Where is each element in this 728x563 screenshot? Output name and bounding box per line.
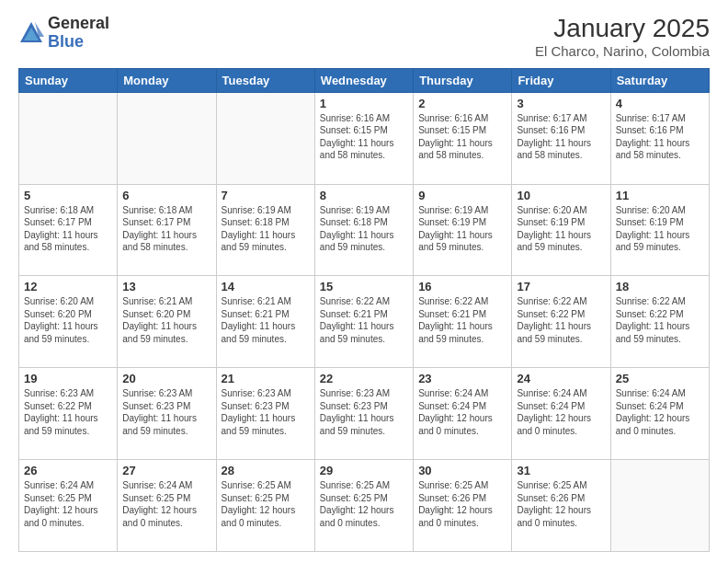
title-section: January 2025 El Charco, Narino, Colombia <box>535 15 710 59</box>
calendar-cell-w4-d2: 28Sunrise: 6:25 AM Sunset: 6:25 PM Dayli… <box>216 460 314 552</box>
header-thursday: Thursday <box>414 68 512 92</box>
calendar-cell-w0-d5: 3Sunrise: 6:17 AM Sunset: 6:16 PM Daylig… <box>512 92 610 184</box>
day-number: 26 <box>24 464 112 477</box>
calendar-cell-w4-d3: 29Sunrise: 6:25 AM Sunset: 6:25 PM Dayli… <box>314 460 413 552</box>
week-row-0: 1Sunrise: 6:16 AM Sunset: 6:15 PM Daylig… <box>19 92 710 184</box>
calendar-cell-w0-d1 <box>118 92 216 184</box>
day-number: 13 <box>122 280 210 293</box>
calendar-cell-w4-d1: 27Sunrise: 6:24 AM Sunset: 6:25 PM Dayli… <box>118 460 216 552</box>
logo: General Blue <box>18 15 109 52</box>
day-info: Sunrise: 6:19 AM Sunset: 6:19 PM Dayligh… <box>418 204 506 254</box>
week-row-1: 5Sunrise: 6:18 AM Sunset: 6:17 PM Daylig… <box>19 184 710 276</box>
calendar-cell-w3-d5: 24Sunrise: 6:24 AM Sunset: 6:24 PM Dayli… <box>512 368 610 460</box>
day-number: 31 <box>517 464 605 477</box>
day-info: Sunrise: 6:24 AM Sunset: 6:24 PM Dayligh… <box>418 387 506 437</box>
day-number: 20 <box>122 372 210 385</box>
day-number: 6 <box>122 189 210 202</box>
calendar-cell-w2-d0: 12Sunrise: 6:20 AM Sunset: 6:20 PM Dayli… <box>19 276 118 368</box>
calendar-cell-w1-d2: 7Sunrise: 6:19 AM Sunset: 6:18 PM Daylig… <box>216 184 314 276</box>
day-number: 1 <box>320 97 408 110</box>
calendar-cell-w2-d1: 13Sunrise: 6:21 AM Sunset: 6:20 PM Dayli… <box>118 276 216 368</box>
logo-text: General Blue <box>48 15 109 52</box>
logo-blue-text: Blue <box>48 33 109 52</box>
day-info: Sunrise: 6:23 AM Sunset: 6:23 PM Dayligh… <box>320 387 408 437</box>
weekday-header-row: Sunday Monday Tuesday Wednesday Thursday… <box>19 68 710 92</box>
header-sunday: Sunday <box>19 68 118 92</box>
header-monday: Monday <box>118 68 216 92</box>
day-info: Sunrise: 6:17 AM Sunset: 6:16 PM Dayligh… <box>616 112 704 162</box>
day-info: Sunrise: 6:18 AM Sunset: 6:17 PM Dayligh… <box>24 204 112 254</box>
logo-icon <box>18 20 44 46</box>
calendar-cell-w4-d0: 26Sunrise: 6:24 AM Sunset: 6:25 PM Dayli… <box>19 460 118 552</box>
day-number: 15 <box>320 280 408 293</box>
calendar-cell-w3-d3: 22Sunrise: 6:23 AM Sunset: 6:23 PM Dayli… <box>314 368 413 460</box>
day-info: Sunrise: 6:19 AM Sunset: 6:18 PM Dayligh… <box>320 204 408 254</box>
day-number: 14 <box>222 280 310 293</box>
calendar-title: January 2025 <box>535 15 710 43</box>
day-info: Sunrise: 6:21 AM Sunset: 6:20 PM Dayligh… <box>122 295 210 345</box>
calendar-table: Sunday Monday Tuesday Wednesday Thursday… <box>18 68 710 552</box>
day-info: Sunrise: 6:24 AM Sunset: 6:25 PM Dayligh… <box>24 479 112 529</box>
header-friday: Friday <box>512 68 610 92</box>
calendar-cell-w4-d6 <box>610 460 709 552</box>
day-info: Sunrise: 6:22 AM Sunset: 6:22 PM Dayligh… <box>616 295 704 345</box>
day-info: Sunrise: 6:24 AM Sunset: 6:24 PM Dayligh… <box>517 387 605 437</box>
calendar-cell-w1-d3: 8Sunrise: 6:19 AM Sunset: 6:18 PM Daylig… <box>314 184 413 276</box>
day-info: Sunrise: 6:20 AM Sunset: 6:19 PM Dayligh… <box>616 204 704 254</box>
day-info: Sunrise: 6:20 AM Sunset: 6:19 PM Dayligh… <box>517 204 605 254</box>
day-number: 19 <box>24 372 112 385</box>
calendar-cell-w1-d5: 10Sunrise: 6:20 AM Sunset: 6:19 PM Dayli… <box>512 184 610 276</box>
day-number: 30 <box>418 464 506 477</box>
day-number: 27 <box>122 464 210 477</box>
calendar-cell-w1-d4: 9Sunrise: 6:19 AM Sunset: 6:19 PM Daylig… <box>414 184 512 276</box>
calendar-cell-w0-d3: 1Sunrise: 6:16 AM Sunset: 6:15 PM Daylig… <box>314 92 413 184</box>
day-number: 28 <box>222 464 310 477</box>
calendar-cell-w1-d6: 11Sunrise: 6:20 AM Sunset: 6:19 PM Dayli… <box>610 184 709 276</box>
calendar-cell-w2-d4: 16Sunrise: 6:22 AM Sunset: 6:21 PM Dayli… <box>414 276 512 368</box>
logo-general-text: General <box>48 15 109 33</box>
calendar-cell-w2-d6: 18Sunrise: 6:22 AM Sunset: 6:22 PM Dayli… <box>610 276 709 368</box>
header-tuesday: Tuesday <box>216 68 314 92</box>
day-info: Sunrise: 6:19 AM Sunset: 6:18 PM Dayligh… <box>222 204 310 254</box>
day-number: 10 <box>517 189 605 202</box>
calendar-cell-w0-d2 <box>216 92 314 184</box>
day-number: 25 <box>616 372 704 385</box>
calendar-cell-w2-d2: 14Sunrise: 6:21 AM Sunset: 6:21 PM Dayli… <box>216 276 314 368</box>
calendar-cell-w0-d6: 4Sunrise: 6:17 AM Sunset: 6:16 PM Daylig… <box>610 92 709 184</box>
day-number: 11 <box>616 189 704 202</box>
day-number: 9 <box>418 189 506 202</box>
day-info: Sunrise: 6:21 AM Sunset: 6:21 PM Dayligh… <box>222 295 310 345</box>
day-number: 21 <box>222 372 310 385</box>
day-info: Sunrise: 6:23 AM Sunset: 6:23 PM Dayligh… <box>122 387 210 437</box>
day-number: 3 <box>517 97 605 110</box>
calendar-cell-w0-d4: 2Sunrise: 6:16 AM Sunset: 6:15 PM Daylig… <box>414 92 512 184</box>
page: General Blue January 2025 El Charco, Nar… <box>0 0 728 563</box>
calendar-cell-w4-d4: 30Sunrise: 6:25 AM Sunset: 6:26 PM Dayli… <box>414 460 512 552</box>
day-number: 8 <box>320 189 408 202</box>
day-info: Sunrise: 6:25 AM Sunset: 6:25 PM Dayligh… <box>320 479 408 529</box>
day-info: Sunrise: 6:20 AM Sunset: 6:20 PM Dayligh… <box>24 295 112 345</box>
day-number: 16 <box>418 280 506 293</box>
header-saturday: Saturday <box>610 68 709 92</box>
calendar-cell-w0-d0 <box>19 92 118 184</box>
day-number: 18 <box>616 280 704 293</box>
calendar-cell-w2-d3: 15Sunrise: 6:22 AM Sunset: 6:21 PM Dayli… <box>314 276 413 368</box>
day-info: Sunrise: 6:25 AM Sunset: 6:26 PM Dayligh… <box>517 479 605 529</box>
day-number: 22 <box>320 372 408 385</box>
calendar-cell-w2-d5: 17Sunrise: 6:22 AM Sunset: 6:22 PM Dayli… <box>512 276 610 368</box>
calendar-cell-w3-d2: 21Sunrise: 6:23 AM Sunset: 6:23 PM Dayli… <box>216 368 314 460</box>
day-number: 12 <box>24 280 112 293</box>
day-number: 2 <box>418 97 506 110</box>
day-number: 4 <box>616 97 704 110</box>
calendar-cell-w3-d0: 19Sunrise: 6:23 AM Sunset: 6:22 PM Dayli… <box>19 368 118 460</box>
calendar-cell-w1-d1: 6Sunrise: 6:18 AM Sunset: 6:17 PM Daylig… <box>118 184 216 276</box>
day-info: Sunrise: 6:22 AM Sunset: 6:21 PM Dayligh… <box>320 295 408 345</box>
week-row-3: 19Sunrise: 6:23 AM Sunset: 6:22 PM Dayli… <box>19 368 710 460</box>
day-info: Sunrise: 6:24 AM Sunset: 6:24 PM Dayligh… <box>616 387 704 437</box>
day-info: Sunrise: 6:25 AM Sunset: 6:26 PM Dayligh… <box>418 479 506 529</box>
calendar-cell-w4-d5: 31Sunrise: 6:25 AM Sunset: 6:26 PM Dayli… <box>512 460 610 552</box>
day-info: Sunrise: 6:18 AM Sunset: 6:17 PM Dayligh… <box>122 204 210 254</box>
day-info: Sunrise: 6:16 AM Sunset: 6:15 PM Dayligh… <box>418 112 506 162</box>
day-number: 7 <box>222 189 310 202</box>
day-info: Sunrise: 6:23 AM Sunset: 6:22 PM Dayligh… <box>24 387 112 437</box>
